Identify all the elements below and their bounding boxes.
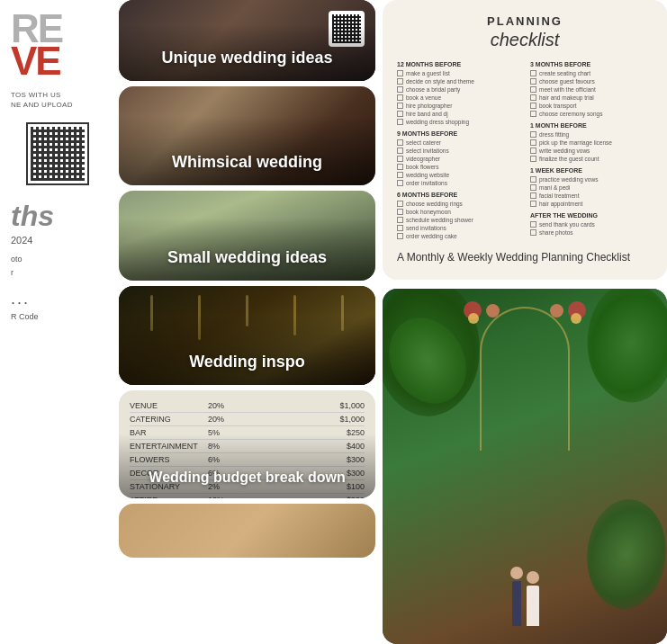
- pin-small-label: Small wedding ideas: [167, 248, 327, 268]
- checklist-item: create seating chart: [530, 70, 653, 76]
- checklist-item: wedding website: [397, 172, 519, 178]
- pin-budget[interactable]: VENUE 20% $1,000 CATERING 20% $1,000 BAR…: [119, 390, 375, 498]
- section-1week: 1 WEEK BEFORE: [530, 167, 653, 174]
- checklist-title: PLANNING: [397, 14, 653, 28]
- section-9months: 9 MONTHS BEFORE: [397, 130, 519, 137]
- checklist-item: practice wedding vows: [530, 176, 653, 183]
- middle-column: Unique wedding ideas Whimsical wedding S…: [115, 0, 379, 644]
- r-label: r: [11, 268, 14, 277]
- section-12months: 12 MONTHS BEFORE: [397, 61, 519, 67]
- qr-pattern: [31, 127, 85, 181]
- qr-area: [0, 113, 115, 194]
- checklist-item: videographer: [397, 156, 519, 162]
- qr-code: [26, 122, 89, 185]
- brand-area: RE VE: [0, 0, 115, 86]
- checklist-item: choose ceremony songs: [530, 111, 653, 117]
- year-label: 2024: [0, 235, 115, 246]
- section-1month: 1 MONTH BEFORE: [530, 122, 653, 129]
- brand-ve: VE: [11, 41, 104, 81]
- checklist-item: decide on style and theme: [397, 78, 519, 85]
- pin-budget-label: Wedding budget break down: [149, 469, 345, 486]
- pin-whimsical[interactable]: Whimsical wedding: [119, 86, 375, 185]
- checklist-item: send thank you cards: [530, 221, 653, 228]
- checklist-item: dress fitting: [530, 131, 653, 138]
- photo-label: oto: [11, 255, 23, 264]
- checklist-item: pick up the marriage license: [530, 139, 653, 146]
- months-label: ths: [0, 194, 115, 235]
- checklist-item: order invitations: [397, 180, 519, 186]
- dots-menu[interactable]: ...: [0, 286, 115, 312]
- pin-overlay: Unique wedding ideas: [119, 0, 375, 81]
- pin-unique-wedding[interactable]: Unique wedding ideas: [119, 0, 375, 81]
- checklist-caption: A Monthly & Weekly Wedding Planning Chec…: [397, 250, 653, 265]
- pin-inspo[interactable]: Wedding inspo: [119, 286, 375, 385]
- checklist-item: select invitations: [397, 148, 519, 154]
- checklist-item: write wedding vows: [530, 148, 653, 154]
- couple-photo-card[interactable]: [383, 289, 667, 644]
- pin-inspo-label: Wedding inspo: [189, 353, 305, 372]
- checklist-subtitle: checklist: [397, 30, 653, 50]
- checklist-item: book a venue: [397, 94, 519, 101]
- checklist-item: wedding dress shopping: [397, 119, 519, 125]
- pin-whimsical-label: Whimsical wedding: [172, 153, 322, 173]
- checklist-item: mani & pedi: [530, 184, 653, 191]
- checklist-item: schedule wedding shower: [397, 217, 519, 223]
- pin-overlay: Wedding inspo: [119, 286, 375, 385]
- checklist-item: hair appointment: [530, 201, 653, 207]
- checklist-item: finalize the guest count: [530, 156, 653, 162]
- checklist-item: choose guest favours: [530, 78, 653, 85]
- checklist-item: book flowers: [397, 164, 519, 170]
- checklist-columns: 12 MONTHS BEFORE make a guest list decid…: [397, 61, 653, 241]
- checklist-col2: 3 MONTHS BEFORE create seating chart cho…: [530, 61, 653, 241]
- bottom-text: oto r: [0, 246, 115, 286]
- checklist-item: order wedding cake: [397, 233, 519, 239]
- checklist-card[interactable]: PLANNING checklist 12 MONTHS BEFORE make…: [383, 0, 667, 280]
- pin-bottom-partial[interactable]: [119, 504, 375, 558]
- qr-label: R Code: [0, 312, 115, 321]
- checklist-item: hair and makeup trial: [530, 94, 653, 101]
- checklist-item: select caterer: [397, 139, 519, 146]
- checklist-item: hire photographer: [397, 103, 519, 109]
- checklist-item: choose a bridal party: [397, 86, 519, 93]
- pin-small-wedding[interactable]: Small wedding ideas: [119, 191, 375, 281]
- pin-overlay: Small wedding ideas: [119, 191, 375, 281]
- pin-unique-label: Unique wedding ideas: [161, 49, 332, 68]
- section-after: AFTER THE WEDDING: [530, 212, 653, 219]
- checklist-item: hire band and dj: [397, 111, 519, 117]
- left-column: RE VE TOS WITH USNE AND UPLOAD ths 2024 …: [0, 0, 115, 644]
- checklist-item: facial treatment: [530, 192, 653, 199]
- brand-subtext: TOS WITH USNE AND UPLOAD: [0, 86, 115, 113]
- checklist-item: book transport: [530, 103, 653, 109]
- right-column: PLANNING checklist 12 MONTHS BEFORE make…: [379, 0, 667, 644]
- pin-overlay: Whimsical wedding: [119, 86, 375, 185]
- section-3months: 3 MONTHS BEFORE: [530, 61, 653, 67]
- checklist-item: make a guest list: [397, 70, 519, 76]
- checklist-item: choose wedding rings: [397, 201, 519, 207]
- checklist-item: meet with the officiant: [530, 86, 653, 93]
- checklist-item: share photos: [530, 229, 653, 236]
- checklist-col1: 12 MONTHS BEFORE make a guest list decid…: [397, 61, 519, 241]
- section-6months: 6 MONTHS BEFORE: [397, 192, 519, 198]
- checklist-item: book honeymoon: [397, 209, 519, 215]
- checklist-item: send invitations: [397, 225, 519, 231]
